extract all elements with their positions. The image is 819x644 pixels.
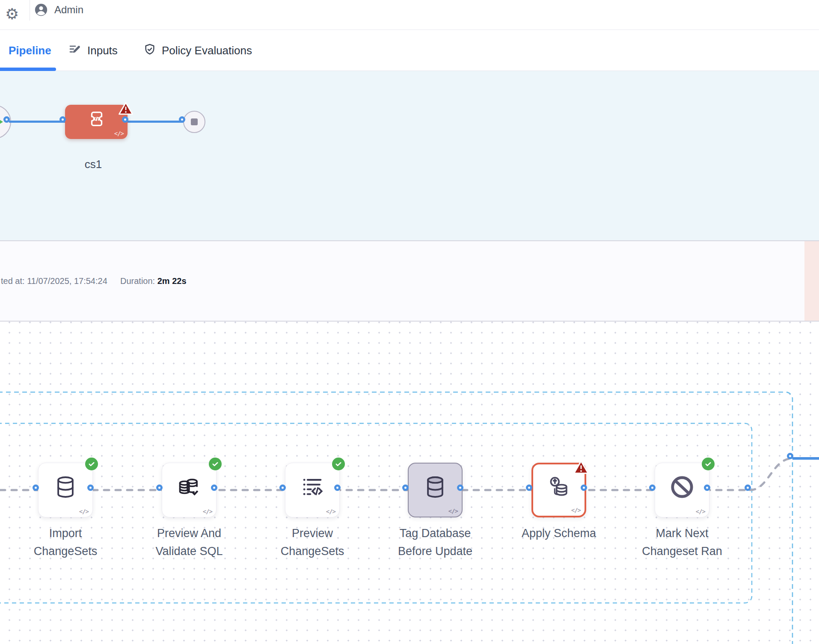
port[interactable] — [649, 484, 656, 491]
tab-pipeline-label: Pipeline — [9, 44, 51, 57]
play-icon — [0, 118, 3, 126]
flow-node-label: ImportChangeSets — [1, 524, 130, 560]
flow-node-tag-database[interactable]: </> — [408, 463, 463, 517]
group-exit-edge — [750, 458, 792, 490]
stage-group-border — [0, 392, 792, 644]
port[interactable] — [787, 453, 793, 459]
tab-inputs[interactable]: Inputs — [68, 30, 118, 71]
changeset-plugin-icon — [87, 109, 107, 130]
header-bar: ⚙ Admin — [0, 0, 819, 30]
flow-node-label: Mark NextChangeset Ran — [618, 524, 746, 560]
circle-slash-icon — [669, 474, 695, 502]
run-info-bar: ted at: 11/07/2025, 17:54:24 Duration: 2… — [0, 240, 819, 322]
port[interactable] — [745, 484, 751, 491]
flow-node-label: Preview AndValidate SQL — [125, 524, 253, 560]
success-badge-icon — [702, 458, 715, 470]
success-badge-icon — [209, 458, 222, 470]
flow-node-label: PreviewChangeSets — [248, 524, 377, 560]
started-at-value: 11/07/2025, 17:54:24 — [27, 276, 107, 286]
port[interactable] — [179, 116, 185, 123]
port[interactable] — [87, 484, 94, 491]
user-avatar-icon — [34, 3, 48, 17]
port[interactable] — [211, 484, 217, 491]
duration-value: 2m 22s — [157, 276, 187, 286]
pipeline-end-node[interactable] — [183, 111, 205, 133]
code-glyph: </> — [448, 508, 458, 514]
port[interactable] — [457, 484, 463, 491]
task-group-border — [0, 423, 752, 603]
tab-bar: Pipeline Inputs Policy Evaluations — [0, 30, 819, 71]
filter-edit-icon — [68, 43, 82, 58]
active-tab-underline — [0, 68, 56, 71]
port[interactable] — [122, 116, 128, 123]
gear-icon[interactable]: ⚙ — [5, 1, 19, 27]
port[interactable] — [279, 484, 286, 491]
header-divider — [30, 0, 30, 21]
port[interactable] — [402, 484, 409, 491]
code-glyph: </> — [571, 507, 581, 514]
database-icon — [53, 475, 78, 501]
flow-node-label: Apply Schema — [495, 524, 623, 542]
shield-check-icon — [143, 43, 157, 58]
port[interactable] — [3, 116, 10, 123]
database-check-icon — [177, 475, 202, 501]
tab-policy-evaluations[interactable]: Policy Evaluations — [143, 30, 252, 71]
list-code-icon — [300, 475, 325, 501]
code-glyph: </> — [79, 508, 89, 515]
tab-inputs-label: Inputs — [87, 44, 118, 57]
edge-start-to-cs1 — [9, 121, 65, 123]
flow-node-preview-changesets[interactable]: </> — [285, 463, 340, 517]
port[interactable] — [526, 484, 532, 491]
port[interactable] — [334, 484, 341, 491]
user-name: Admin — [54, 4, 83, 16]
flow-node-import-changesets[interactable]: </> — [38, 463, 93, 517]
flow-node-preview-validate-sql[interactable]: </> — [162, 463, 217, 517]
success-badge-icon — [85, 458, 98, 470]
code-glyph: </> — [114, 130, 124, 137]
edge-cs1-to-end — [128, 121, 184, 123]
port[interactable] — [704, 484, 710, 491]
error-badge-icon — [119, 102, 133, 117]
task-node-label: cs1 — [50, 158, 136, 171]
task-node-cs1[interactable]: </> — [65, 105, 128, 139]
port[interactable] — [156, 484, 163, 491]
flow-node-mark-next-changeset[interactable]: </> — [655, 463, 709, 517]
stop-square-icon — [191, 118, 198, 125]
started-at-field: ted at: 11/07/2025, 17:54:24 — [1, 276, 107, 286]
error-badge-icon — [573, 460, 589, 476]
code-glyph: </> — [326, 508, 335, 515]
started-at-label: ted at: — [1, 276, 25, 286]
port[interactable] — [33, 484, 39, 491]
port[interactable] — [59, 116, 66, 123]
stage-canvas[interactable]: </> cs1 — [0, 71, 819, 240]
flow-node-apply-schema[interactable]: </> — [531, 463, 586, 517]
port[interactable] — [581, 484, 587, 491]
success-badge-icon — [332, 458, 345, 470]
duration-label: Duration: — [120, 276, 155, 286]
tab-pipeline[interactable]: Pipeline — [9, 30, 51, 71]
user-menu[interactable]: Admin — [34, 3, 83, 17]
code-glyph: </> — [203, 508, 212, 515]
code-glyph: </> — [696, 508, 705, 515]
flow-node-label: Tag DatabaseBefore Update — [371, 524, 499, 560]
duration-field: Duration: 2m 22s — [120, 276, 187, 286]
flow-canvas[interactable]: </> </> — [0, 322, 819, 644]
schema-upload-icon — [546, 475, 571, 501]
tab-policy-label: Policy Evaluations — [162, 44, 252, 57]
database-filled-icon — [423, 475, 448, 501]
run-info-row: ted at: 11/07/2025, 17:54:24 Duration: 2… — [0, 276, 819, 287]
app-root: ⚙ Admin Pipeline — [0, 0, 819, 644]
